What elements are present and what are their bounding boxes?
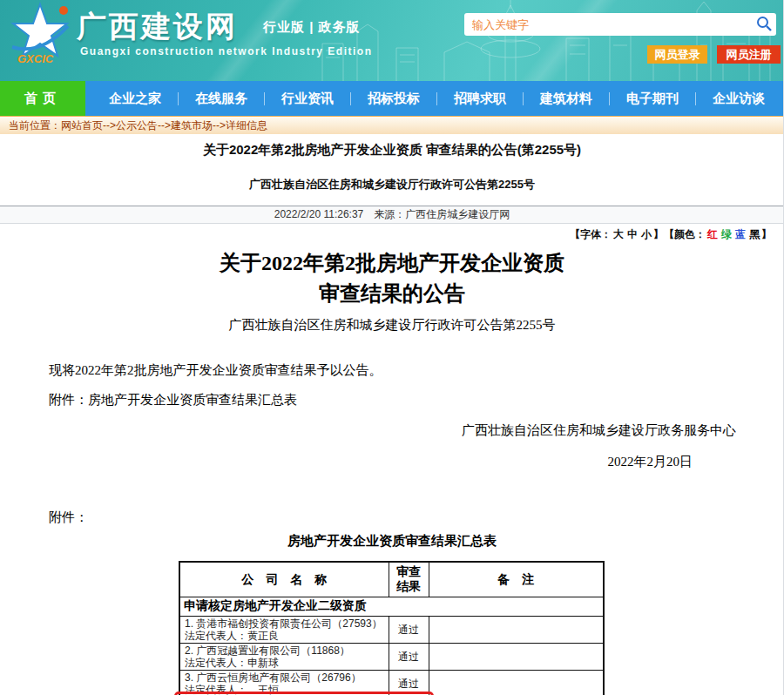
member-login-button[interactable]: 网员登录 bbox=[647, 45, 707, 64]
font-size-medium-button[interactable]: 中 bbox=[627, 228, 638, 240]
font-size-large-button[interactable]: 大 bbox=[613, 228, 624, 240]
nav-item-home[interactable]: 首页 bbox=[0, 81, 85, 116]
article-doc-number: 广西壮族自治区住房和城乡建设厅行政许可公告第2255号 bbox=[0, 317, 784, 334]
attachment-reference-line: 附件：房地产开发企业资质审查结果汇总表 bbox=[0, 392, 784, 408]
header-remark: 备 注 bbox=[429, 562, 604, 597]
font-size-small-button[interactable]: 小 bbox=[641, 228, 652, 240]
attachment-label: 附件： bbox=[0, 509, 784, 526]
breadcrumb-separator: --> bbox=[103, 119, 116, 132]
cityscape-art bbox=[314, 0, 784, 81]
remark-cell bbox=[429, 616, 604, 643]
company-name: 1. 贵港市福创投资有限责任公司（27593） bbox=[185, 617, 384, 630]
nav-item-online-service[interactable]: 在线服务 bbox=[179, 91, 264, 107]
bracket: 】 bbox=[653, 228, 664, 240]
breadcrumb-item-construction-market[interactable]: 建筑市场 bbox=[171, 119, 213, 132]
nav-item-e-journal[interactable]: 电子期刊 bbox=[610, 91, 695, 107]
company-cell: 2. 广西冠越置业有限公司（11868） 法定代表人：申新球 bbox=[179, 643, 389, 670]
legal-representative: 法定代表人： 王恒 bbox=[185, 684, 384, 695]
remark-cell bbox=[429, 643, 604, 670]
search-input[interactable] bbox=[464, 13, 748, 36]
header-review-result: 审查结果 bbox=[389, 562, 429, 597]
result-cell: 通过 bbox=[389, 670, 429, 695]
remark-cell bbox=[429, 670, 604, 695]
color-black-button[interactable]: 黑 bbox=[749, 228, 760, 240]
table-section-row: 申请核定房地产开发企业二级资质 bbox=[179, 597, 604, 616]
company-cell: 3. 广西云恒房地产有限公司（26796） 法定代表人： 王恒 bbox=[179, 670, 389, 695]
legal-representative: 法定代表人：申新球 bbox=[185, 657, 384, 669]
nav-item-recruitment[interactable]: 招聘求职 bbox=[437, 91, 523, 107]
site-subtitle: Guangxi construction network Industry Ed… bbox=[80, 45, 373, 57]
nav-item-enterprise-interview[interactable]: 企业访谈 bbox=[696, 91, 781, 107]
header-company-name: 公 司 名 称 bbox=[179, 562, 389, 597]
main-nav: 首页 企业之家 在线服务 行业资讯 招标投标 招聘求职 建筑材料 电子期刊 企业… bbox=[0, 81, 784, 116]
site-header: GXCIC 广西建设网 行业版 | 政务版 Guangxi constructi… bbox=[0, 0, 784, 81]
color-red-button[interactable]: 红 bbox=[707, 228, 718, 240]
article-title: 关于2022年第2批房地产开发企业资质 审查结果的公告 bbox=[0, 248, 784, 309]
company-cell: 1. 贵港市福创投资有限责任公司（27593） 法定代表人：黄正良 bbox=[179, 616, 389, 643]
page: GXCIC 广西建设网 行业版 | 政务版 Guangxi constructi… bbox=[0, 0, 784, 695]
breadcrumb: 当前位置：网站首页-->公示公告-->建筑市场-->详细信息 bbox=[0, 116, 784, 134]
display-controls: 【字体：大中小】【颜色：红绿蓝黑】 bbox=[0, 227, 784, 242]
issue-date: 2022年2月20日 bbox=[0, 454, 784, 470]
color-controls-label: 【颜色： bbox=[664, 228, 706, 240]
issuing-authority: 广西壮族自治区住房和城乡建设厅政务服务中心 bbox=[0, 422, 784, 439]
article-title-line2: 审查结果的公告 bbox=[0, 279, 784, 309]
color-blue-button[interactable]: 蓝 bbox=[735, 228, 746, 240]
article-title-line1: 关于2022年第2批房地产开发企业资质 bbox=[0, 248, 784, 279]
article-meta: 2022/2/20 11:26:37 来源：广西住房城乡建设厅网 bbox=[0, 206, 784, 224]
page-title: 关于2022年第2批房地产开发企业资质 审查结果的公告(第2255号) bbox=[0, 142, 784, 159]
nav-item-enterprise-home[interactable]: 企业之家 bbox=[92, 91, 178, 107]
section-title: 申请核定房地产开发企业二级资质 bbox=[179, 597, 604, 616]
site-title: 广西建设网 bbox=[77, 7, 238, 47]
breadcrumb-separator: --> bbox=[213, 119, 226, 132]
breadcrumb-item-detail: 详细信息 bbox=[226, 119, 267, 132]
font-controls-label: 【字体： bbox=[570, 228, 612, 240]
company-name: 3. 广西云恒房地产有限公司（26796） bbox=[185, 671, 384, 684]
search-box bbox=[464, 13, 776, 36]
company-name: 2. 广西冠越置业有限公司（11868） bbox=[185, 644, 384, 657]
table-row: 1. 贵港市福创投资有限责任公司（27593） 法定代表人：黄正良 通过 bbox=[179, 616, 604, 643]
nav-item-bidding[interactable]: 招标投标 bbox=[351, 91, 436, 107]
logo-dot bbox=[59, 6, 68, 15]
edition-switcher[interactable]: 行业版 | 政务版 bbox=[263, 19, 361, 36]
bracket: 】 bbox=[761, 228, 772, 240]
result-cell: 通过 bbox=[389, 643, 429, 670]
breadcrumb-item-public-notices[interactable]: 公示公告 bbox=[116, 119, 158, 132]
nav-item-building-materials[interactable]: 建筑材料 bbox=[524, 91, 609, 107]
table-wrap: 公 司 名 称 审查结果 备 注 申请核定房地产开发企业二级资质 1. 贵港市福… bbox=[179, 561, 603, 695]
svg-text:GXCIC: GXCIC bbox=[17, 52, 54, 65]
table-header-row: 公 司 名 称 审查结果 备 注 bbox=[179, 562, 604, 597]
breadcrumb-separator: --> bbox=[158, 119, 171, 132]
legal-representative: 法定代表人：黄正良 bbox=[185, 630, 384, 642]
article-body: 关于2022年第2批房地产开发企业资质 审查结果的公告 广西壮族自治区住房和城乡… bbox=[0, 248, 784, 695]
nav-item-industry-news[interactable]: 行业资讯 bbox=[265, 91, 350, 107]
content-area: 关于2022年第2批房地产开发企业资质 审查结果的公告(第2255号) 广西壮族… bbox=[0, 134, 784, 695]
table-row: 3. 广西云恒房地产有限公司（26796） 法定代表人： 王恒 通过 bbox=[179, 670, 604, 695]
search-icon bbox=[756, 16, 772, 31]
qualification-table: 公 司 名 称 审查结果 备 注 申请核定房地产开发企业二级资质 1. 贵港市福… bbox=[179, 561, 605, 695]
search-button[interactable] bbox=[755, 16, 773, 33]
breadcrumb-label: 当前位置： bbox=[9, 119, 61, 132]
color-green-button[interactable]: 绿 bbox=[721, 228, 732, 240]
article-paragraph: 现将2022年第2批房地产开发企业资质审查结果予以公告。 bbox=[0, 362, 784, 379]
site-logo[interactable]: GXCIC bbox=[3, 2, 78, 71]
table-row: 2. 广西冠越置业有限公司（11868） 法定代表人：申新球 通过 bbox=[179, 643, 604, 670]
table-title: 房地产开发企业资质审查结果汇总表 bbox=[0, 533, 784, 550]
result-cell: 通过 bbox=[389, 616, 429, 643]
member-register-button[interactable]: 网员注册 bbox=[717, 45, 781, 64]
breadcrumb-item-site-home[interactable]: 网站首页 bbox=[61, 119, 103, 132]
page-subtitle: 广西壮族自治区住房和城乡建设厅行政许可公告第2255号 bbox=[0, 177, 784, 192]
